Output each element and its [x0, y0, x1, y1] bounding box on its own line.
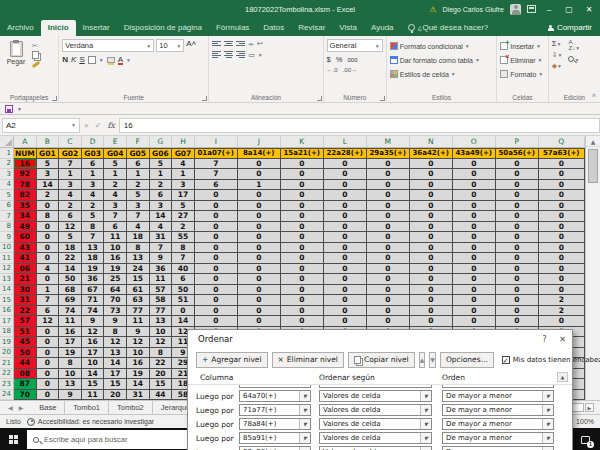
- cell[interactable]: 73: [104, 306, 127, 317]
- cell[interactable]: 0: [238, 201, 281, 212]
- cell[interactable]: 7: [150, 243, 173, 254]
- cell[interactable]: 0: [324, 264, 367, 275]
- cell[interactable]: 0: [281, 180, 324, 191]
- cell[interactable]: G07: [172, 148, 195, 159]
- cell[interactable]: 20: [104, 390, 127, 401]
- fill-button[interactable]: ⇩▼: [552, 51, 563, 59]
- cell[interactable]: 4: [172, 159, 195, 170]
- select-all-corner[interactable]: [0, 136, 14, 147]
- cell[interactable]: 51: [14, 327, 37, 338]
- dialog-close-icon[interactable]: ✕: [559, 334, 566, 344]
- cell[interactable]: 0: [281, 222, 324, 233]
- cell[interactable]: 0: [539, 180, 585, 191]
- cell[interactable]: 19: [127, 369, 150, 380]
- cell[interactable]: 1: [172, 169, 195, 180]
- cell[interactable]: 1: [37, 285, 60, 296]
- cell[interactable]: 10: [104, 243, 127, 254]
- cell[interactable]: 78: [14, 180, 37, 191]
- cell[interactable]: 29a35(+): [367, 148, 410, 159]
- cell[interactable]: 0: [539, 264, 585, 275]
- cell[interactable]: 9: [150, 253, 173, 264]
- autosum-button[interactable]: Σ▼: [552, 39, 563, 48]
- cell[interactable]: 57: [150, 285, 173, 296]
- clear-button[interactable]: ◈▼: [552, 62, 563, 70]
- increase-decimal-button[interactable]: ←.0: [327, 67, 338, 73]
- cell[interactable]: 0: [453, 201, 496, 212]
- row-number-22[interactable]: 22: [0, 369, 14, 380]
- cell[interactable]: 0: [367, 169, 410, 180]
- cell[interactable]: 25: [104, 274, 127, 285]
- format-cells-button[interactable]: Formato▼: [500, 67, 544, 81]
- cell[interactable]: 1: [150, 169, 173, 180]
- cell[interactable]: 8: [59, 358, 82, 369]
- cell[interactable]: 92: [14, 169, 37, 180]
- accessibility-status[interactable]: Accesibilidad: es necesario investigar: [27, 418, 154, 426]
- level-order-select[interactable]: De mayor a menor▼: [442, 390, 554, 402]
- cell[interactable]: 13: [127, 253, 150, 264]
- insert-cells-button[interactable]: Insertar▼: [500, 39, 544, 53]
- row-number-18[interactable]: 18: [0, 327, 14, 338]
- cell[interactable]: 0: [367, 285, 410, 296]
- cell[interactable]: 0: [238, 264, 281, 275]
- cell[interactable]: 0: [539, 274, 585, 285]
- cell[interactable]: 24: [127, 264, 150, 275]
- column-letter-O[interactable]: O: [453, 136, 496, 147]
- cell[interactable]: 0: [367, 306, 410, 317]
- dialog-launcher-icon[interactable]: [202, 96, 207, 101]
- cell[interactable]: 0: [539, 232, 585, 243]
- cell[interactable]: 0: [281, 243, 324, 254]
- start-button[interactable]: [0, 428, 27, 450]
- delete-level-button[interactable]: ×Eliminar nivel: [272, 352, 344, 368]
- cell[interactable]: 0: [410, 232, 453, 243]
- cell[interactable]: 17: [172, 190, 195, 201]
- cell[interactable]: 19: [104, 264, 127, 275]
- tell-me-box[interactable]: ¿Qué desea hacer?: [401, 20, 496, 36]
- cell[interactable]: 71: [82, 295, 105, 306]
- cell[interactable]: 70: [14, 390, 37, 401]
- cell[interactable]: 0: [281, 316, 324, 327]
- cell[interactable]: 0: [410, 211, 453, 222]
- cell[interactable]: 0: [410, 243, 453, 254]
- column-letter-G[interactable]: G: [150, 136, 173, 147]
- cell[interactable]: 44: [14, 358, 37, 369]
- cell[interactable]: 0: [37, 253, 60, 264]
- cell[interactable]: 31: [150, 232, 173, 243]
- cell[interactable]: 0: [367, 222, 410, 233]
- headers-checkbox[interactable]: ✓ Mis datos tienen encabezados: [502, 356, 600, 364]
- cell[interactable]: 70: [104, 295, 127, 306]
- cell[interactable]: 5: [37, 159, 60, 170]
- column-letter-I[interactable]: I: [195, 136, 238, 147]
- cell[interactable]: 36: [150, 264, 173, 275]
- cell[interactable]: 0: [195, 190, 238, 201]
- cell[interactable]: 22: [14, 306, 37, 317]
- cell[interactable]: 0: [496, 274, 539, 285]
- cell[interactable]: 1: [82, 169, 105, 180]
- cell[interactable]: 0: [37, 243, 60, 254]
- cell[interactable]: 16: [59, 327, 82, 338]
- row-number-21[interactable]: 21: [0, 358, 14, 369]
- cell[interactable]: 12: [37, 316, 60, 327]
- cell[interactable]: 0: [367, 243, 410, 254]
- cell[interactable]: 14: [172, 316, 195, 327]
- cell[interactable]: 0: [324, 180, 367, 191]
- cell[interactable]: 0: [324, 190, 367, 201]
- ribbon-display-options-icon[interactable]: [527, 5, 536, 13]
- tab-revisar[interactable]: Revisar: [291, 20, 332, 36]
- row-number-23[interactable]: 23: [0, 379, 14, 390]
- cell[interactable]: 0: [410, 222, 453, 233]
- cell[interactable]: 0: [496, 295, 539, 306]
- cell[interactable]: 0: [195, 211, 238, 222]
- cell[interactable]: 0: [238, 274, 281, 285]
- cell[interactable]: 0: [410, 201, 453, 212]
- cell[interactable]: 6: [127, 159, 150, 170]
- cell[interactable]: 3: [150, 201, 173, 212]
- cell[interactable]: 0: [195, 295, 238, 306]
- cell[interactable]: 0: [367, 190, 410, 201]
- cell[interactable]: 30: [14, 285, 37, 296]
- cell[interactable]: 5: [172, 201, 195, 212]
- cell[interactable]: 17: [59, 337, 82, 348]
- cell[interactable]: 2: [127, 180, 150, 191]
- cell[interactable]: 7: [82, 232, 105, 243]
- column-letter-F[interactable]: F: [127, 136, 150, 147]
- cell[interactable]: 14: [150, 211, 173, 222]
